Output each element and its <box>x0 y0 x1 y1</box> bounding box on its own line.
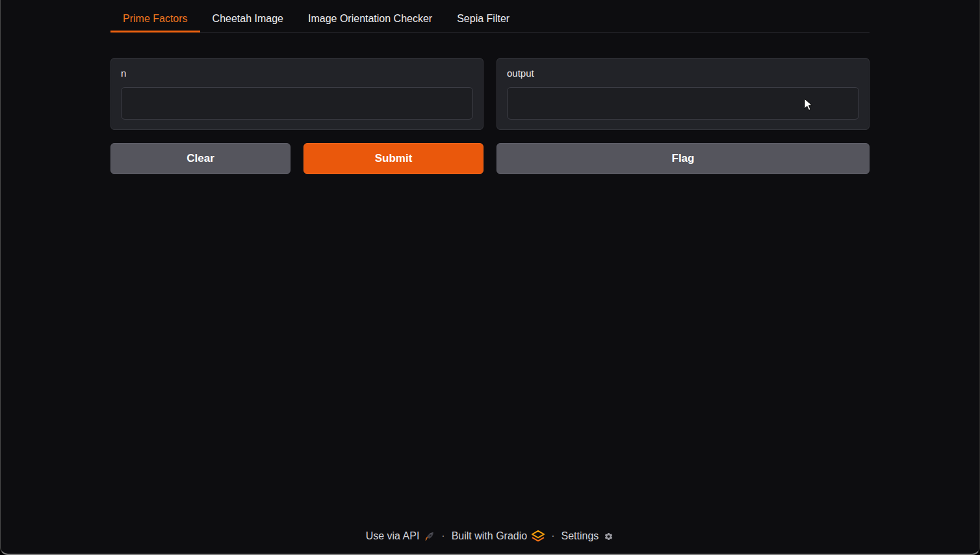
input-panel: n <box>110 58 484 130</box>
button-row: Clear Submit Flag <box>110 143 870 174</box>
use-via-api-link[interactable]: Use via API <box>366 530 435 542</box>
footer-separator: · <box>551 530 554 542</box>
footer: Use via API · Built with Gradio <box>1 530 979 542</box>
output-field[interactable] <box>507 87 859 120</box>
n-input[interactable] <box>121 87 473 120</box>
submit-button[interactable]: Submit <box>303 143 484 174</box>
rocket-icon <box>424 531 435 542</box>
tab-bar: Prime Factors Cheetah Image Image Orient… <box>110 6 870 32</box>
use-via-api-label: Use via API <box>366 530 420 542</box>
output-label: output <box>507 68 859 79</box>
settings-gear-icon <box>603 531 614 542</box>
tab-sepia-filter[interactable]: Sepia Filter <box>445 6 522 32</box>
built-with-gradio-label: Built with Gradio <box>452 530 528 542</box>
clear-button[interactable]: Clear <box>110 143 290 174</box>
settings-label: Settings <box>561 530 599 542</box>
flag-button[interactable]: Flag <box>496 143 870 174</box>
tab-image-orientation-checker[interactable]: Image Orientation Checker <box>296 6 445 32</box>
output-panel: output <box>496 58 870 130</box>
input-label: n <box>121 68 473 79</box>
tab-prime-factors[interactable]: Prime Factors <box>110 6 200 32</box>
main-content: n output Clear Submit Flag <box>100 58 880 174</box>
built-with-gradio-link[interactable]: Built with Gradio <box>452 530 545 542</box>
settings-link[interactable]: Settings <box>561 530 615 542</box>
app-window: Prime Factors Cheetah Image Image Orient… <box>0 0 980 555</box>
gradio-logo-icon <box>532 530 545 542</box>
footer-separator: · <box>441 530 445 542</box>
tab-cheetah-image[interactable]: Cheetah Image <box>200 6 296 32</box>
